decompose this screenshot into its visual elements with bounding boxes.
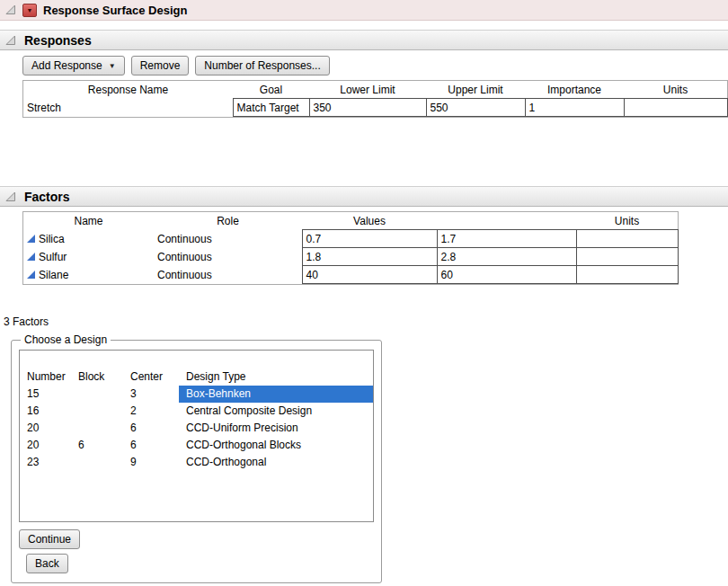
response-units-cell[interactable]	[624, 99, 727, 117]
design-center: 2	[123, 403, 179, 420]
design-row-box-behnken[interactable]: 15 3 Box-Behnken	[20, 386, 373, 403]
col-block: Block	[71, 368, 123, 386]
factor-value-high-cell[interactable]: 60	[437, 266, 576, 284]
design-center: 3	[123, 386, 179, 403]
design-list-header: Number Block Center Design Type	[20, 368, 373, 386]
factor-value-high-cell[interactable]: 2.8	[437, 248, 576, 266]
design-block	[71, 403, 123, 420]
number-of-responses-button[interactable]: Number of Responses...	[195, 56, 329, 75]
col-factor-units: Units	[576, 212, 678, 230]
continuous-factor-icon	[27, 235, 35, 243]
col-number: Number	[20, 368, 71, 386]
design-block: 6	[71, 437, 123, 454]
col-importance: Importance	[525, 81, 624, 99]
factor-row: Silane Continuous 40 60	[23, 266, 678, 284]
factor-name-label: Sulfur	[39, 251, 67, 263]
col-factor-values: Values	[302, 212, 437, 230]
design-type: CCD-Orthogonal	[179, 454, 373, 471]
factor-units-cell[interactable]	[576, 248, 678, 266]
design-listbox[interactable]: Number Block Center Design Type 15 3 Box…	[19, 350, 374, 522]
back-button[interactable]: Back	[26, 554, 68, 573]
design-row-ccd-orthogonal[interactable]: 23 9 CCD-Orthogonal	[20, 454, 373, 471]
design-center: 6	[123, 420, 179, 437]
design-block	[71, 386, 123, 403]
continuous-factor-icon	[27, 271, 35, 279]
responses-disclosure-icon[interactable]	[5, 35, 16, 46]
design-center: 6	[123, 437, 179, 454]
factor-name-label: Silane	[39, 269, 68, 281]
design-type: CCD-Uniform Precision	[179, 420, 373, 437]
factor-name-cell[interactable]: Silane	[23, 266, 154, 284]
design-number: 23	[20, 454, 71, 471]
design-type: CCD-Orthogonal Blocks	[179, 437, 373, 454]
factors-header-row: Name Role Values Units	[23, 212, 678, 230]
responses-section-header: Responses	[0, 30, 728, 50]
col-response-name: Response Name	[23, 81, 233, 99]
col-units: Units	[624, 81, 727, 99]
col-factor-values-spacer	[437, 212, 576, 230]
design-center: 9	[123, 454, 179, 471]
response-surface-design-window: ▼ Response Surface Design Responses Add …	[0, 0, 728, 586]
design-block	[71, 454, 123, 471]
design-number: 16	[20, 403, 71, 420]
add-response-label: Add Response	[31, 59, 102, 72]
factor-value-high-cell[interactable]: 1.7	[437, 230, 576, 248]
responses-section-title: Responses	[24, 33, 92, 48]
responses-toolbar: Add Response ▼ Remove Number of Response…	[22, 56, 728, 75]
response-importance-cell[interactable]: 1	[525, 99, 624, 117]
response-row: Stretch Match Target 350 550 1	[23, 99, 727, 117]
platform-title-bar: ▼ Response Surface Design	[0, 0, 728, 21]
factor-name-label: Silica	[39, 233, 65, 245]
design-block	[71, 420, 123, 437]
response-lower-limit-cell[interactable]: 350	[309, 99, 426, 117]
factors-table: Name Role Values Units Silica Continuous…	[22, 211, 679, 285]
factors-disclosure-icon[interactable]	[5, 191, 16, 202]
design-type-selected: Box-Behnken	[179, 386, 373, 403]
col-lower-limit: Lower Limit	[309, 81, 426, 99]
col-center: Center	[123, 368, 179, 386]
design-buttons: Continue Back	[19, 529, 374, 573]
add-response-button[interactable]: Add Response ▼	[22, 56, 125, 75]
continuous-factor-icon	[27, 253, 35, 261]
remove-button[interactable]: Remove	[131, 56, 190, 75]
continue-button[interactable]: Continue	[19, 529, 80, 549]
page-title: Response Surface Design	[43, 4, 187, 17]
red-triangle-menu-icon[interactable]: ▼	[22, 4, 37, 17]
factor-row: Silica Continuous 0.7 1.7	[23, 230, 678, 248]
col-upper-limit: Upper Limit	[426, 81, 525, 99]
factor-name-cell[interactable]: Sulfur	[23, 248, 154, 266]
response-name-cell[interactable]: Stretch	[23, 99, 233, 117]
col-design-type: Design Type	[179, 368, 373, 386]
disclosure-triangle-icon[interactable]	[5, 4, 16, 15]
response-goal-cell[interactable]: Match Target	[233, 99, 309, 117]
design-type: Central Composite Design	[179, 403, 373, 420]
factor-value-low-cell[interactable]: 0.7	[302, 230, 437, 248]
factor-role-cell[interactable]: Continuous	[154, 230, 302, 248]
factor-value-low-cell[interactable]: 1.8	[302, 248, 437, 266]
design-number: 20	[20, 420, 71, 437]
dropdown-arrow-icon: ▼	[109, 62, 116, 70]
factor-role-cell[interactable]: Continuous	[154, 266, 302, 284]
responses-table: Response Name Goal Lower Limit Upper Lim…	[22, 80, 728, 118]
factor-row: Sulfur Continuous 1.8 2.8	[23, 248, 678, 266]
design-number: 15	[20, 386, 71, 403]
choose-a-design-group: Choose a Design Number Block Center Desi…	[11, 333, 382, 583]
col-factor-name: Name	[23, 212, 154, 230]
factors-section-header: Factors	[0, 186, 728, 207]
factor-name-cell[interactable]: Silica	[23, 230, 154, 248]
design-number: 20	[20, 437, 71, 454]
choose-a-design-legend: Choose a Design	[21, 333, 111, 346]
factors-section-title: Factors	[24, 190, 70, 204]
design-row-central-composite[interactable]: 16 2 Central Composite Design	[20, 403, 373, 420]
factor-role-cell[interactable]: Continuous	[154, 248, 302, 266]
factor-units-cell[interactable]	[576, 230, 678, 248]
factor-units-cell[interactable]	[576, 266, 678, 284]
col-goal: Goal	[233, 81, 309, 99]
response-upper-limit-cell[interactable]: 550	[426, 99, 525, 117]
design-row-ccd-uniform-precision[interactable]: 20 6 CCD-Uniform Precision	[20, 420, 373, 437]
factor-value-low-cell[interactable]: 40	[302, 266, 437, 284]
design-row-ccd-orthogonal-blocks[interactable]: 20 6 6 CCD-Orthogonal Blocks	[20, 437, 373, 454]
factors-count-label: 3 Factors	[4, 315, 728, 328]
col-factor-role: Role	[154, 212, 302, 230]
responses-header-row: Response Name Goal Lower Limit Upper Lim…	[23, 81, 727, 99]
